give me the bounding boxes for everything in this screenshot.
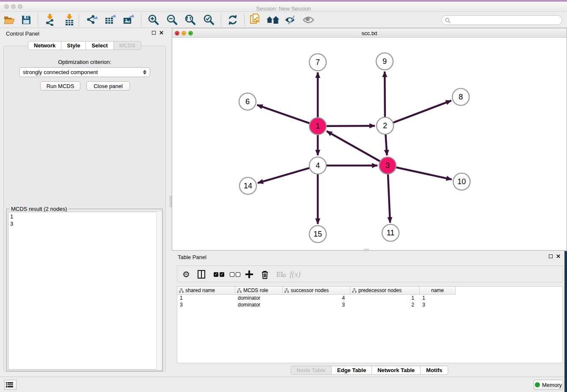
panel-splitter-handle[interactable] [364, 249, 369, 251]
tab-motifs[interactable]: Motifs [420, 366, 448, 375]
graph-node-8[interactable]: 8 [452, 88, 469, 105]
task-history-button[interactable] [4, 380, 17, 390]
graph-node-14[interactable]: 14 [239, 177, 256, 194]
tab-node-table[interactable]: Node Table [291, 366, 332, 375]
control-panel-close-icon[interactable]: ✕ [159, 31, 164, 35]
import-table-icon[interactable] [62, 14, 77, 26]
table-panel-close-icon[interactable]: ✕ [556, 254, 561, 258]
graph-edge-2-3[interactable] [385, 134, 387, 155]
export-network-icon[interactable] [85, 14, 99, 26]
add-column-icon[interactable] [245, 268, 253, 280]
graph-edge-4-14[interactable] [258, 168, 310, 183]
memory-label: Memory [542, 382, 562, 388]
cell-successor_nodes[interactable]: 4 [283, 295, 350, 301]
graph-node-11[interactable]: 11 [382, 224, 399, 241]
deselect-all-rows-icon[interactable] [230, 268, 240, 280]
duplicate-network-icon[interactable] [248, 14, 262, 26]
panel-splitter-handle[interactable] [170, 196, 172, 207]
column-header-label: predecessor nodes [358, 287, 402, 293]
open-session-icon[interactable] [2, 14, 17, 26]
tab-edge-table[interactable]: Edge Table [331, 366, 372, 375]
graph-node-4[interactable]: 4 [309, 157, 326, 174]
table-settings-icon[interactable]: ⚙ [182, 268, 190, 280]
control-panel-title: Control Panel [6, 30, 39, 37]
graph-edge-3-10[interactable] [396, 167, 452, 179]
cell-mcds_role[interactable]: dominator [235, 295, 283, 301]
column-header-label: shared name [185, 287, 215, 293]
graph-node-7[interactable]: 7 [309, 54, 326, 71]
mcds-result-scrollbar[interactable] [156, 212, 161, 370]
column-header-predecessor-nodes[interactable]: predecessor nodes [350, 287, 420, 295]
tab-style[interactable]: Style [61, 41, 86, 50]
column-header-shared-name[interactable]: shared name [177, 287, 235, 295]
table-row[interactable]: 1dominator411 [177, 295, 456, 301]
column-header-MCDS-role[interactable]: MCDS role [235, 287, 283, 295]
refresh-view-icon[interactable] [226, 14, 240, 26]
cell-successor_nodes[interactable]: 3 [283, 301, 350, 308]
tab-network-table[interactable]: Network Table [372, 366, 421, 375]
delete-table-icon[interactable] [276, 268, 286, 280]
cell-predecessor_nodes[interactable]: 1 [350, 295, 420, 301]
cell-shared_name[interactable]: 3 [177, 301, 235, 308]
graph-node-3[interactable]: 3 [379, 157, 396, 174]
column-header-name[interactable]: name [420, 287, 456, 295]
table-panel-float-icon[interactable] [549, 254, 553, 258]
graph-node-label: 4 [316, 161, 320, 170]
export-image-icon[interactable] [122, 14, 136, 26]
search-input[interactable] [451, 17, 556, 24]
column-header-successor-nodes[interactable]: successor nodes [283, 287, 350, 295]
network-canvas[interactable]: 7968124314101511 [172, 38, 567, 250]
tab-network[interactable]: Network [28, 41, 61, 50]
graph-node-2[interactable]: 2 [377, 117, 394, 134]
export-table-icon[interactable] [104, 14, 118, 26]
cell-name[interactable]: 1 [420, 295, 456, 301]
run-mcds-button[interactable]: Run MCDS [40, 81, 80, 91]
zoom-out-icon[interactable] [165, 14, 179, 26]
control-panel-float-icon[interactable] [152, 31, 156, 35]
zoom-in-icon[interactable] [146, 14, 160, 26]
criterion-dropdown[interactable]: strongly connected component [19, 67, 150, 77]
graph-node-1[interactable]: 1 [309, 118, 326, 135]
graph-edge-3-11[interactable] [388, 174, 390, 223]
cell-shared_name[interactable]: 1 [177, 295, 235, 301]
hide-graphics-details-icon[interactable] [283, 14, 297, 26]
optimization-criterion-label: Optimization criterion: [4, 59, 165, 65]
memory-button[interactable]: Memory [534, 380, 563, 390]
mcds-result-title: MCDS result (2 nodes) [9, 206, 69, 212]
mcds-panel: Optimization criterion: strongly connect… [3, 46, 166, 372]
cell-predecessor_nodes[interactable]: 2 [350, 301, 420, 308]
delete-column-icon[interactable] [261, 268, 269, 280]
show-graphics-details-icon[interactable] [301, 14, 316, 26]
cell-name[interactable]: 3 [420, 301, 456, 308]
graph-edge-2-8[interactable] [393, 101, 451, 123]
graph-edge-2-9[interactable] [385, 72, 385, 117]
network-window-title: scc.txt [172, 30, 567, 36]
graph-edge-1-2[interactable] [326, 126, 375, 126]
tab-mcds[interactable]: MCDS [113, 41, 141, 50]
graph-node-15[interactable]: 15 [309, 226, 326, 243]
table-row[interactable]: 3dominator323 [177, 301, 456, 308]
column-layout-icon[interactable] [198, 268, 205, 280]
cell-mcds_role[interactable]: dominator [235, 301, 283, 308]
desktop-edge-strip [564, 251, 567, 392]
zoom-selected-icon[interactable] [201, 14, 216, 26]
toolbar-search-field[interactable] [441, 15, 562, 25]
import-network-icon[interactable] [43, 14, 57, 26]
graph-node-label: 6 [245, 97, 250, 106]
graph-edge-3-1[interactable] [327, 131, 380, 161]
close-panel-button[interactable]: Close panel [86, 81, 130, 91]
select-all-rows-icon[interactable]: ✓✓ [214, 268, 224, 280]
graph-node-6[interactable]: 6 [239, 93, 256, 110]
graph-edge-1-6[interactable] [257, 105, 310, 123]
graph-node-9[interactable]: 9 [376, 53, 393, 70]
home-icon[interactable] [266, 14, 280, 26]
graph-node-10[interactable]: 10 [453, 173, 470, 190]
save-session-icon[interactable] [19, 14, 33, 26]
mcds-result-textarea[interactable]: 1 3 [8, 212, 161, 370]
tab-select[interactable]: Select [85, 41, 113, 50]
network-window-titlebar[interactable]: x − + scc.txt [172, 28, 567, 38]
toolbar-separator [244, 14, 245, 26]
table-panel-title: Table Panel [178, 254, 206, 260]
zoom-fit-icon[interactable] [183, 14, 197, 26]
function-builder-icon[interactable]: f(x) [290, 268, 300, 280]
